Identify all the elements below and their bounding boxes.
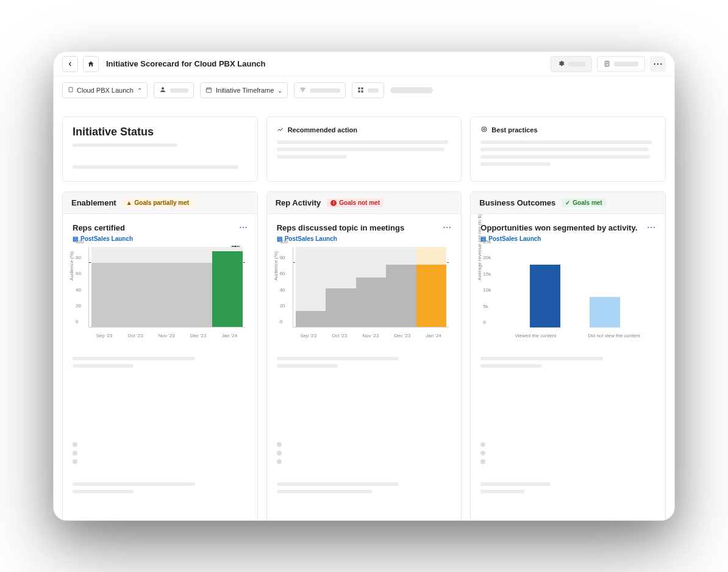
filter-bar: Cloud PBX Launch ⌃ Initiative Timeframe … <box>54 76 674 104</box>
calendar-icon <box>205 87 212 95</box>
settings-button[interactable] <box>551 56 592 72</box>
target-icon <box>480 126 488 134</box>
svg-rect-6 <box>359 90 360 92</box>
initiative-selector[interactable]: Cloud PBX Launch ⌃ <box>62 82 148 98</box>
opps-won-title: Opportunities won segmented by activity. <box>480 223 637 232</box>
svg-rect-4 <box>359 87 360 89</box>
opps-won-chart: Average revenue per rep (in $) 0 5k 10k … <box>480 247 655 338</box>
user-icon <box>159 86 166 95</box>
svg-rect-3 <box>206 88 211 92</box>
recommended-action-card: Recommended action <box>266 116 462 182</box>
enablement-title: Enablement <box>71 198 116 207</box>
chart-menu-button[interactable]: ⋯ <box>443 223 451 232</box>
timeframe-selector[interactable]: Initiative Timeframe ⌄ <box>200 82 288 98</box>
outcomes-section: Business Outcomes ✓ Goals met Opportunit… <box>470 191 666 520</box>
document-icon <box>68 87 74 94</box>
content-area: Initiative Status Recommended action Bes… <box>54 104 674 520</box>
document-icon <box>604 59 610 70</box>
more-icon: ⋯ <box>653 58 663 70</box>
chevron-up-icon: ⌃ <box>137 87 142 94</box>
app-frame: Initiative Scorecard for Cloud PBX Launc… <box>53 51 675 521</box>
filter-button[interactable] <box>294 82 346 98</box>
gear-icon <box>557 59 565 70</box>
enablement-section: Enablement ▲ Goals partially met Reps ce… <box>62 191 258 520</box>
chart-menu-button[interactable]: ⋯ <box>647 223 655 232</box>
trend-icon <box>277 126 284 134</box>
topbar: Initiative Scorecard for Cloud PBX Launc… <box>54 52 674 76</box>
recommended-title: Recommended action <box>288 126 357 134</box>
check-icon: ✓ <box>565 199 570 206</box>
filter-placeholder <box>390 87 433 93</box>
error-icon: ! <box>330 200 337 206</box>
initiative-status-card: Initiative Status <box>62 116 258 182</box>
rep-activity-title: Rep Activity <box>276 198 321 207</box>
svg-point-2 <box>162 87 164 90</box>
chevron-down-icon: ⌄ <box>277 87 282 94</box>
filter-icon <box>299 87 306 95</box>
status-title: Initiative Status <box>73 126 248 138</box>
timeframe-label: Initiative Timeframe <box>216 87 274 94</box>
reps-certified-chart: Audience (%) 0 20 40 60 80 100 Goal 80% … <box>73 247 248 338</box>
reps-discussed-title: Reps discussed topic in meetings <box>277 223 405 232</box>
outcomes-title: Business Outcomes <box>479 198 555 207</box>
more-button[interactable]: ⋯ <box>650 56 666 72</box>
reps-certified-title: Reps certified <box>73 223 125 232</box>
reps-discussed-chart: Audience (%) 0 20 40 60 80 100 Goal 80% … <box>277 247 452 338</box>
svg-rect-1 <box>69 87 73 92</box>
warning-icon: ▲ <box>126 199 132 206</box>
home-button[interactable] <box>83 56 99 72</box>
best-practices-card: Best practices <box>470 116 666 182</box>
grid-button[interactable] <box>352 82 384 98</box>
rep-activity-section: Rep Activity ! Goals not met Reps discus… <box>266 191 462 520</box>
chart-menu-button[interactable]: ⋯ <box>239 223 248 232</box>
initiative-label: Cloud PBX Launch <box>77 87 134 94</box>
svg-rect-5 <box>362 87 363 89</box>
enablement-badge: ▲ Goals partially met <box>123 198 193 207</box>
grid-icon <box>357 87 364 95</box>
rep-activity-badge: ! Goals not met <box>327 198 384 207</box>
user-filter[interactable] <box>154 82 194 98</box>
svg-point-8 <box>482 127 487 132</box>
best-practices-title: Best practices <box>491 126 537 134</box>
back-button[interactable] <box>62 56 78 72</box>
outcomes-badge: ✓ Goals met <box>562 198 605 207</box>
svg-rect-7 <box>362 90 363 92</box>
export-button[interactable] <box>597 56 645 72</box>
svg-point-9 <box>484 129 485 130</box>
page-title: Initiative Scorecard for Cloud PBX Launc… <box>106 59 546 68</box>
